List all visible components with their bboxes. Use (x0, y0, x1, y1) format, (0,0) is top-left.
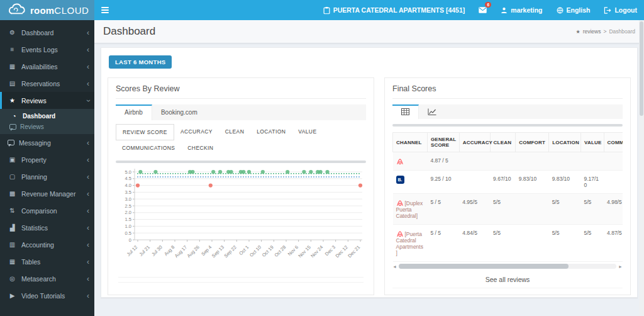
channel-tab-booking.com[interactable]: Booking.com (152, 104, 206, 120)
sidebar-item-messaging[interactable]: Messaging‹ (0, 134, 94, 151)
sidebar-item-reservations[interactable]: ▤Reservations‹ (0, 75, 94, 92)
divider (118, 277, 364, 278)
sidebar-item-video-tutorials[interactable]: ▶Video Tutorials‹ (0, 287, 94, 304)
column-header-value: VALUE (580, 133, 604, 152)
scroll-right-arrow[interactable]: ► (618, 264, 623, 269)
sidebar-item-tables[interactable]: ▦Tables‹ (0, 253, 94, 270)
sidebar-item-events-logs[interactable]: ≡Events Logs‹ (0, 41, 94, 58)
review-dot[interactable] (325, 170, 329, 174)
airbnb-icon (396, 157, 404, 165)
table-row: [Puerta Catedral Apartments]5 / 54.84/55… (393, 225, 623, 262)
chevron-left-icon: ‹ (87, 139, 89, 147)
metric-tab-value[interactable]: VALUE (292, 124, 323, 140)
sidebar-item-label: Video Tutorials (21, 292, 65, 300)
svg-text:0: 0 (129, 237, 131, 243)
score-cell: 5 / 5 (427, 194, 459, 225)
table-horizontal-scrollbar[interactable]: ◄ ► (392, 264, 623, 269)
sidebar-subitem-dashboard[interactable]: ◔Dashboard (0, 111, 94, 121)
brand-logo[interactable]: roomCLOUD (0, 0, 94, 20)
review-dot[interactable] (319, 170, 323, 174)
page-scrollbar[interactable] (639, 20, 644, 316)
breadcrumb-separator: > (603, 28, 606, 35)
sidebar-item-comparison[interactable]: ⇅Comparison‹ (0, 202, 94, 219)
chevron-left-icon: ‹ (87, 63, 89, 71)
property-selector[interactable]: PUERTA CATEDRAL APARTMENTS [4451] (316, 0, 472, 20)
review-dot[interactable] (136, 184, 140, 188)
svg-text:3.0: 3.0 (125, 196, 131, 202)
content-body: LAST 6 MONTHS Scores By Review AirbnbBoo… (94, 43, 644, 316)
column-header-location: LOCATION (549, 133, 581, 152)
sidebar-subitem-reviews[interactable]: Reviews (0, 121, 94, 132)
sidebar-item-revenue-manager[interactable]: ▩Revenue Manager‹ (0, 185, 94, 202)
metric-tab-review-score[interactable]: REVIEW SCORE (116, 124, 174, 140)
chevron-left-icon: ‹ (87, 46, 89, 54)
metric-tab-clean[interactable]: CLEAN (219, 124, 250, 140)
sidebar-item-label: Planning (21, 173, 47, 181)
sidebar-item-reviews[interactable]: ★Reviews‹ (0, 92, 94, 109)
language-label: English (567, 6, 591, 14)
chart-view-tab[interactable] (419, 104, 445, 119)
dashboard-card: LAST 6 MONTHS Scores By Review AirbnbBoo… (101, 47, 638, 298)
metric-tab-location[interactable]: LOCATION (250, 124, 292, 140)
review-dot[interactable] (229, 170, 233, 174)
channel-tab-airbnb[interactable]: Airbnb (116, 104, 152, 120)
review-dot[interactable] (247, 170, 251, 174)
sidebar-item-statistics[interactable]: ▟Statistics‹ (0, 219, 94, 236)
breadcrumb-reviews-link[interactable]: reviews (583, 28, 601, 35)
sidebar-item-metasearch[interactable]: ◎Metasearch‹ (0, 270, 94, 287)
see-all-reviews-link[interactable]: See all reviews (392, 270, 623, 288)
metric-tab-checkin[interactable]: CHECKIN (181, 140, 219, 155)
review-dot[interactable] (286, 170, 289, 174)
metric-tab-communications[interactable]: COMMUNICATIONS (116, 140, 181, 155)
review-dot[interactable] (242, 170, 245, 174)
chevron-left-icon: ‹ (87, 275, 89, 283)
logout-button[interactable]: Logout (597, 0, 644, 20)
divider-bar (116, 161, 366, 163)
review-dot[interactable] (191, 170, 194, 174)
review-dot[interactable] (209, 184, 213, 188)
user-menu[interactable]: marketing (494, 0, 549, 20)
page-scrollbar-thumb[interactable] (640, 21, 643, 116)
sidebar-item-label: Dashboard (21, 29, 53, 37)
sidebar-item-label: Reviews (21, 97, 47, 104)
messages-button[interactable]: 6 (472, 0, 494, 20)
last-6-months-button[interactable]: LAST 6 MONTHS (109, 55, 172, 69)
review-dot[interactable] (302, 170, 306, 174)
review-dot[interactable] (309, 170, 313, 174)
svg-text:Oct 28: Oct 28 (273, 244, 287, 258)
table-view-tab[interactable] (392, 104, 419, 119)
score-cell: 9.25 / 10 (427, 171, 459, 194)
language-menu[interactable]: English (550, 0, 597, 20)
sidebar-toggle-button[interactable] (94, 0, 116, 20)
review-dot[interactable] (261, 170, 265, 174)
metric-tab-accuracy[interactable]: ACCURACY (174, 124, 219, 140)
sidebar-item-planning[interactable]: ▢Planning‹ (0, 168, 94, 185)
chevron-left-icon: ‹ (87, 241, 89, 249)
sidebar-item-availabilities[interactable]: ▦Availabilities‹ (0, 58, 94, 75)
svg-text:Nov 15: Nov 15 (297, 244, 312, 259)
review-dot[interactable] (153, 170, 157, 174)
svg-text:Nov 24: Nov 24 (309, 244, 324, 259)
review-score-chart: 5.04.54.03.53.02.52.01.51.00.50Jul 12Jul… (116, 166, 366, 270)
sidebar-item-label: Reservations (21, 80, 60, 87)
score-cell (516, 194, 549, 225)
review-dot[interactable] (211, 170, 215, 174)
svg-text:Aug 26: Aug 26 (186, 244, 201, 259)
review-dot[interactable] (218, 170, 222, 174)
scroll-left-arrow[interactable]: ◄ (392, 264, 397, 269)
calendar-outline-icon: ▢ (8, 173, 17, 180)
app-root: roomCLOUD PUERTA CATEDRAL APARTMENTS [44… (0, 0, 644, 316)
review-dot[interactable] (138, 170, 142, 174)
svg-text:Oct 10: Oct 10 (248, 244, 262, 258)
sidebar: ⚙Dashboard‹≡Events Logs‹▦Availabilities‹… (0, 20, 94, 316)
sidebar-item-property[interactable]: ▣Property‹ (0, 151, 94, 168)
scrollbar-thumb[interactable] (399, 264, 569, 269)
scrollbar-track[interactable] (399, 264, 616, 269)
table-header: CHANNELGENERAL SCOREACCURACYCLEANCOMFORT… (393, 133, 623, 152)
svg-text:0.5: 0.5 (125, 230, 131, 236)
scores-panel-title: Scores By Review (116, 84, 366, 93)
review-dot[interactable] (358, 184, 362, 188)
sidebar-item-accounting[interactable]: ▥Accounting‹ (0, 236, 94, 253)
sidebar-item-dashboard[interactable]: ⚙Dashboard‹ (0, 24, 94, 41)
logout-label: Logout (614, 6, 637, 14)
